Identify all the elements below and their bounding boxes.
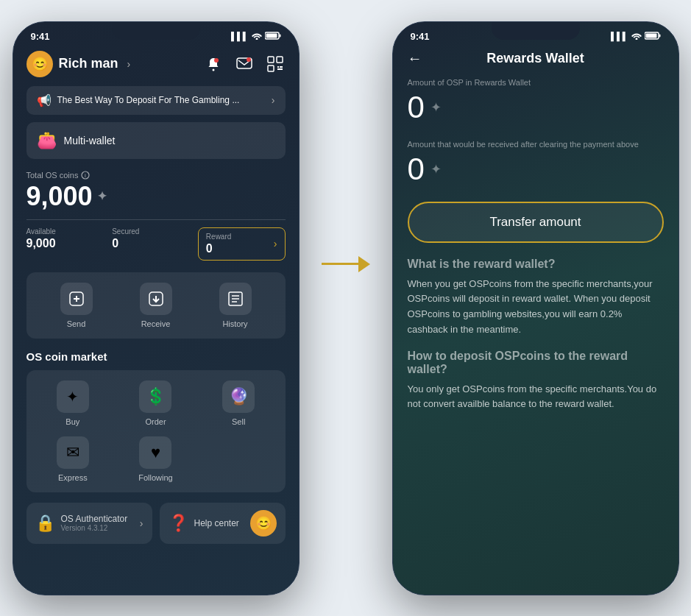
following-icon: ♥ [139,436,171,469]
header-icons [203,54,286,74]
svg-rect-22 [659,34,660,37]
bell-icon[interactable] [203,54,224,74]
scan-icon[interactable] [265,54,286,74]
available-balance: Available 9,000 [26,227,98,261]
wifi-2-icon [631,32,642,41]
signal-2-icon: ▌▌▌ [611,32,628,40]
support-avatar: 😊 [250,510,277,537]
authenticator-button[interactable]: 🔒 OS Authenticator Version 4.3.12 › [26,503,152,544]
buy-label: Buy [65,417,79,426]
balance-row: Available 9,000 Secured 0 Reward 0 › [26,227,286,261]
svg-rect-12 [277,68,283,70]
authenticator-text: OS Authenticator Version 4.3.12 [61,514,128,532]
banner-content: 📢 The Best Way To Deposit For The Gambli… [37,93,240,107]
market-buy[interactable]: ✦ Buy [37,380,110,426]
banner-icon: 📢 [37,93,52,107]
between-arrow [322,256,370,272]
receive-icon [140,283,172,315]
banner[interactable]: 📢 The Best Way To Deposit For The Gambli… [26,86,286,115]
multi-wallet-label: Multi-wallet [64,135,116,146]
status-icons-2: ▌▌▌ [611,32,660,41]
battery-icon [265,32,281,41]
receive-button[interactable]: Receive [140,283,172,328]
order-icon: 💲 [139,380,171,413]
user-info[interactable]: 😊 Rich man › [26,51,131,77]
banner-text: The Best Way To Deposit For The Gambling… [57,95,240,105]
multi-wallet-icon: 👛 [37,131,57,150]
divider [26,219,286,220]
help-button[interactable]: ❓ Help center 😊 [160,503,286,544]
amount2-value: 0 ✦ [408,152,664,187]
express-icon: ✉ [57,436,89,469]
time-1: 9:41 [31,31,50,42]
coins-label: Total OS coins i [26,171,286,180]
history-button[interactable]: History [219,283,252,328]
info1-text: When you get OSPcoins from the specific … [408,277,664,338]
svg-rect-11 [280,66,283,68]
svg-rect-9 [268,66,274,71]
market-title: OS coin market [26,350,286,363]
svg-rect-8 [277,57,283,63]
amount2-sparkle-icon: ✦ [430,161,442,177]
banner-arrow-icon: › [272,94,275,106]
phone2-content: ← Rewards Wallet Amount of OSP in Reward… [393,46,678,413]
bottom-buttons: 🔒 OS Authenticator Version 4.3.12 › ❓ He… [26,503,286,544]
info2-text: You only get OSPcoins from the specific … [408,382,664,413]
svg-point-3 [212,68,214,71]
avatar: 😊 [26,51,53,77]
secured-balance: Secured 0 [112,227,183,261]
coins-amount: 9,000 ✦ [26,181,286,212]
market-order[interactable]: 💲 Order [119,380,192,426]
svg-point-6 [247,57,251,62]
action-buttons: Send Receive [26,272,286,339]
sell-label: Sell [232,417,245,426]
phone2: 9:41 ▌▌▌ ← [392,21,679,595]
transfer-button[interactable]: Transfer amount [408,202,664,243]
wallet-header: 😊 Rich man › [26,46,286,86]
info1-heading: What is the reward wallet? [408,258,664,271]
history-label: History [222,319,247,328]
multi-wallet[interactable]: 👛 Multi-wallet [26,122,286,159]
order-label: Order [145,417,166,426]
help-left: ❓ Help center [169,514,239,533]
back-button[interactable]: ← [408,50,422,67]
username: Rich man [59,56,118,71]
market-express[interactable]: ✉ Express [37,436,110,482]
notch1 [112,22,200,40]
svg-rect-7 [268,57,274,63]
rewards-title: Rewards Wallet [486,51,584,66]
battery-2-icon [645,32,661,41]
amount1-sparkle-icon: ✦ [430,99,442,116]
coins-sparkle-icon: ✦ [97,189,107,203]
message-icon[interactable] [234,54,255,74]
market-following[interactable]: ♥ Following [119,436,192,482]
market-sell[interactable]: 🔮 Sell [202,380,275,426]
send-label: Send [67,319,86,328]
send-icon [60,283,93,315]
user-chevron-icon: › [127,58,131,70]
svg-text:i: i [85,172,87,179]
reward-balance[interactable]: Reward 0 › [198,227,286,261]
rewards-header: ← Rewards Wallet [408,46,664,78]
authenticator-arrow-icon: › [140,517,143,529]
phone1: 9:41 ▌▌▌ [13,21,300,595]
sell-icon: 🔮 [222,380,255,413]
help-icon: ❓ [169,514,188,533]
arrow-shaft [322,263,358,265]
express-label: Express [58,473,88,482]
authenticator-left: 🔒 OS Authenticator Version 4.3.12 [35,514,128,533]
amount1-value: 0 ✦ [408,90,664,125]
svg-rect-10 [277,66,279,68]
phone1-content: 😊 Rich man › [13,46,299,544]
send-button[interactable]: Send [60,283,93,328]
market-grid: ✦ Buy 💲 Order 🔮 Sell ✉ Express ♥ Fol [26,370,286,492]
svg-rect-23 [645,33,656,38]
following-label: Following [138,473,172,482]
history-icon [219,283,252,315]
svg-rect-2 [266,33,277,38]
svg-point-4 [214,58,219,63]
receive-label: Receive [141,319,171,328]
arrow-tip-icon [358,256,370,272]
info2-heading: How to deposit OSPcoins to the reward wa… [408,350,664,376]
amount1-label: Amount of OSP in Rewards Wallet [408,78,664,87]
